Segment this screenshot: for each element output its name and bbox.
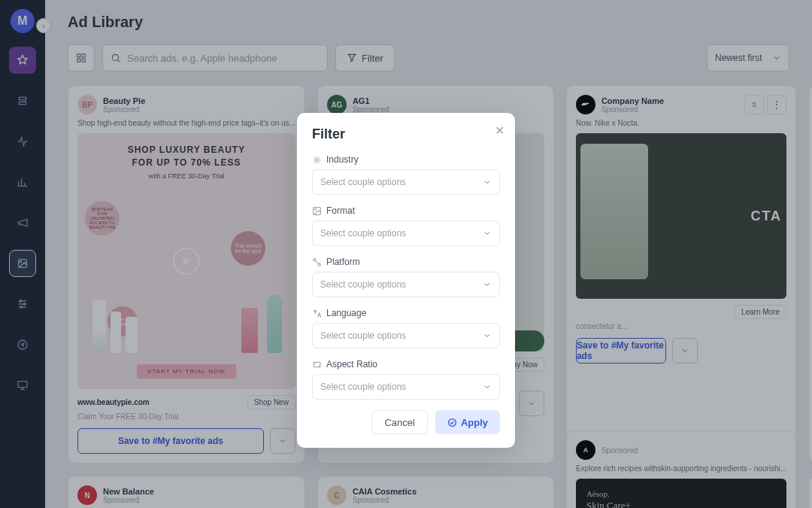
select-placeholder: Select couple options (320, 177, 406, 187)
svg-point-18 (318, 263, 320, 266)
cancel-button[interactable]: Cancel (371, 410, 427, 434)
industry-icon (312, 155, 322, 165)
svg-point-16 (315, 208, 317, 210)
select-placeholder: Select couple options (320, 330, 406, 341)
field-label: Platform (326, 257, 360, 267)
select-placeholder: Select couple options (320, 279, 406, 290)
svg-point-17 (314, 258, 316, 260)
apply-label: Apply (461, 417, 488, 428)
filter-modal: ✕ Filter Industry Select couple options … (297, 113, 515, 448)
svg-point-14 (316, 158, 318, 160)
check-icon (447, 418, 457, 427)
chevron-down-icon (483, 229, 492, 238)
aspect-ratio-select[interactable]: Select couple options (312, 374, 500, 400)
field-label: Language (326, 308, 366, 318)
aspect-ratio-icon (312, 360, 322, 370)
modal-title: Filter (312, 126, 500, 142)
close-button[interactable]: ✕ (495, 123, 504, 138)
select-placeholder: Select couple options (320, 228, 406, 239)
language-icon (312, 309, 322, 318)
chevron-down-icon (483, 331, 492, 340)
field-label: Aspect Ratio (326, 359, 377, 370)
platform-select[interactable]: Select couple options (312, 272, 500, 297)
field-label: Format (326, 205, 355, 216)
chevron-down-icon (483, 178, 492, 187)
chevron-down-icon (483, 382, 492, 391)
chevron-down-icon (483, 280, 492, 289)
format-select[interactable]: Select couple options (312, 221, 500, 246)
apply-button[interactable]: Apply (435, 410, 500, 434)
language-select[interactable]: Select couple options (312, 323, 500, 348)
format-icon (312, 206, 322, 216)
industry-select[interactable]: Select couple options (312, 169, 500, 195)
platform-icon (312, 257, 322, 267)
select-placeholder: Select couple options (320, 382, 406, 392)
field-label: Industry (326, 154, 359, 165)
